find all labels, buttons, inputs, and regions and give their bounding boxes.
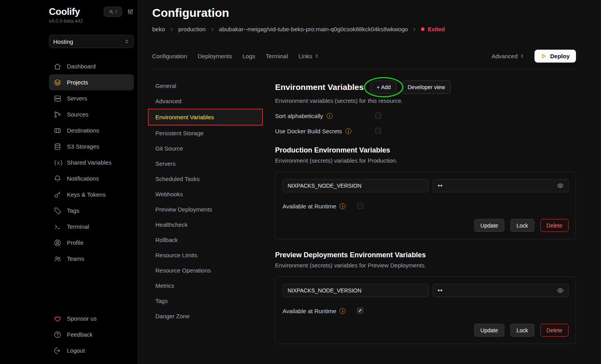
subnav-item-rollback[interactable]: Rollback bbox=[152, 232, 267, 247]
chevron-right-icon bbox=[210, 27, 215, 32]
chevron-up-down-icon bbox=[314, 54, 319, 59]
chevron-up-down-icon bbox=[124, 39, 130, 44]
app-version: v4.0.0-beta.442 bbox=[49, 18, 134, 24]
eye-icon[interactable] bbox=[557, 287, 564, 294]
subnav-item-advanced[interactable]: Advanced bbox=[152, 93, 267, 109]
sidebar-item-keys-tokens[interactable]: Keys & Tokens bbox=[49, 186, 134, 203]
heart-icon bbox=[54, 315, 61, 323]
update-button[interactable]: Update bbox=[474, 324, 504, 337]
available-at-runtime-row: Available at Runtime bbox=[283, 203, 569, 210]
breadcrumb-project[interactable]: beko bbox=[152, 26, 165, 32]
env-key-input[interactable] bbox=[283, 179, 429, 192]
advanced-dropdown[interactable]: Advanced bbox=[491, 53, 525, 59]
chevron-right-icon bbox=[169, 27, 174, 32]
sidebar-header: Coolify / bbox=[49, 6, 134, 17]
server-icon bbox=[54, 95, 61, 102]
eye-icon[interactable] bbox=[557, 182, 564, 189]
header-divider bbox=[152, 69, 576, 70]
preview-env-heading: Preview Deployments Environment Variable… bbox=[275, 251, 576, 259]
available-at-runtime-row: Available at Runtime bbox=[283, 307, 569, 314]
available-at-runtime-checkbox[interactable] bbox=[357, 203, 363, 209]
breadcrumb-environment[interactable]: production bbox=[178, 26, 206, 32]
search-box[interactable]: / bbox=[104, 7, 122, 17]
env-value-input[interactable] bbox=[433, 179, 569, 192]
sidebar-item-label: Tags bbox=[67, 207, 79, 214]
subnav-item-resource-operations[interactable]: Resource Operations bbox=[152, 263, 267, 278]
info-icon[interactable] bbox=[327, 113, 333, 119]
lock-button[interactable]: Lock bbox=[510, 219, 534, 232]
sidebar-item-label: Dashboard bbox=[67, 63, 95, 70]
lock-button[interactable]: Lock bbox=[510, 324, 534, 337]
env-key-input[interactable] bbox=[283, 284, 429, 297]
subnav-item-webhooks[interactable]: Webhooks bbox=[152, 186, 267, 202]
env-value-input[interactable] bbox=[433, 284, 569, 297]
subnav-item-scheduled-tasks[interactable]: Scheduled Tasks bbox=[152, 171, 267, 186]
sidebar-item-sponsor[interactable]: Sponsor us bbox=[49, 310, 134, 326]
sort-alphabetically-checkbox[interactable] bbox=[375, 113, 381, 118]
tab-deployments[interactable]: Deployments bbox=[198, 53, 232, 59]
tab-bar: Configuration Deployments Logs Terminal … bbox=[152, 50, 576, 63]
sidebar-item-notifications[interactable]: Notifications bbox=[49, 170, 134, 186]
tab-links-label: Links bbox=[299, 53, 312, 59]
subnav-item-healthcheck[interactable]: Healthcheck bbox=[152, 217, 267, 232]
sidebar-item-tags[interactable]: Tags bbox=[49, 203, 134, 219]
preview-env-subtitle: Environment (secrets) variables for Prev… bbox=[275, 262, 576, 269]
status-dot-icon bbox=[421, 27, 425, 31]
sidebar-item-teams[interactable]: Teams bbox=[49, 251, 134, 267]
delete-button[interactable]: Delete bbox=[540, 324, 569, 337]
sidebar-item-s3-storages[interactable]: S3 Storages bbox=[49, 138, 134, 154]
developer-view-button[interactable]: Developer view bbox=[402, 81, 451, 94]
tab-terminal[interactable]: Terminal bbox=[266, 53, 288, 59]
deploy-button[interactable]: Deploy bbox=[534, 50, 576, 63]
info-icon[interactable] bbox=[340, 308, 345, 314]
subnav-item-servers[interactable]: Servers bbox=[152, 156, 267, 171]
info-icon[interactable] bbox=[340, 203, 345, 209]
subnav-item-resource-limits[interactable]: Resource Limits bbox=[152, 247, 267, 263]
sidebar-item-servers[interactable]: Servers bbox=[49, 90, 134, 106]
add-env-var-button[interactable]: + Add bbox=[371, 81, 396, 94]
sidebar-item-projects[interactable]: Projects bbox=[49, 74, 134, 90]
sidebar-item-profile[interactable]: Profile bbox=[49, 235, 134, 251]
subnav-item-danger-zone[interactable]: Danger Zone bbox=[152, 308, 267, 324]
subnav-item-environment-variables[interactable]: Environment Variables bbox=[149, 109, 262, 125]
breadcrumb-resource[interactable]: abubakar--meigag/vid-tube-beko-pro:main-… bbox=[219, 26, 408, 32]
docker-build-secrets-row: Use Docker Build Secrets bbox=[275, 127, 576, 134]
sidebar-item-logout[interactable]: Logout bbox=[49, 342, 134, 359]
sidebar-item-dashboard[interactable]: Dashboard bbox=[49, 58, 134, 74]
production-env-subtitle: Environment (secrets) variables for Prod… bbox=[275, 157, 576, 164]
teams-icon bbox=[54, 255, 61, 263]
sidebar: Coolify / v4.0.0-beta.442 Hosting Dashbo… bbox=[0, 0, 138, 364]
available-at-runtime-checkbox[interactable] bbox=[357, 308, 363, 314]
tag-icon bbox=[54, 207, 61, 215]
subnav-item-persistent-storage[interactable]: Persistent Storage bbox=[152, 126, 267, 141]
sidebar-nav: Dashboard Projects Servers Sources Desti… bbox=[49, 58, 134, 267]
breadcrumb: beko production abubakar--meigag/vid-tub… bbox=[152, 26, 576, 32]
sidebar-item-sources[interactable]: Sources bbox=[49, 106, 134, 122]
subnav-item-metrics[interactable]: Metrics bbox=[152, 278, 267, 293]
sidebar-item-terminal[interactable]: Terminal bbox=[49, 219, 134, 235]
team-select[interactable]: Hosting bbox=[49, 35, 134, 48]
tab-configuration[interactable]: Configuration bbox=[152, 53, 187, 59]
subnav-item-general[interactable]: General bbox=[152, 78, 267, 93]
update-button[interactable]: Update bbox=[474, 219, 504, 232]
tab-links[interactable]: Links bbox=[299, 53, 319, 59]
env-vars-subtitle: Environment variables (secrets) for this… bbox=[275, 97, 576, 104]
settings-sliders-icon[interactable] bbox=[127, 8, 134, 15]
profile-icon bbox=[54, 239, 61, 247]
docker-build-secrets-checkbox[interactable] bbox=[375, 128, 381, 134]
subnav-item-tags[interactable]: Tags bbox=[152, 293, 267, 308]
info-icon[interactable] bbox=[345, 128, 351, 134]
delete-button[interactable]: Delete bbox=[540, 219, 569, 232]
subnav-item-preview-deployments[interactable]: Preview Deployments bbox=[152, 202, 267, 217]
git-branch-icon bbox=[54, 111, 61, 118]
subnav-item-git-source[interactable]: Git Source bbox=[152, 141, 267, 156]
sidebar-item-shared-variables[interactable]: {x} Shared Variables bbox=[49, 154, 134, 170]
chevron-right-icon bbox=[412, 27, 417, 32]
sidebar-item-label: Profile bbox=[67, 239, 84, 246]
sidebar-item-destinations[interactable]: Destinations bbox=[49, 122, 134, 138]
sidebar-item-label: Feedback bbox=[67, 331, 93, 338]
sidebar-item-feedback[interactable]: Feedback bbox=[49, 326, 134, 342]
production-env-heading: Production Environment Variables bbox=[275, 146, 576, 154]
tab-logs[interactable]: Logs bbox=[243, 53, 256, 59]
sidebar-item-label: Projects bbox=[67, 79, 88, 86]
